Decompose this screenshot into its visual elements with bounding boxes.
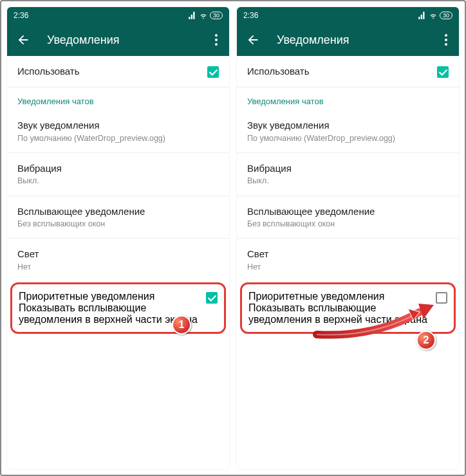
subtext: Показывать всплывающие уведомления в вер… bbox=[248, 302, 429, 325]
status-icons: 30 bbox=[418, 11, 452, 20]
signal-icon bbox=[188, 11, 197, 20]
row-vibration[interactable]: Вибрация Выкл. bbox=[7, 153, 229, 196]
row-notification-sound[interactable]: Звук уведомления По умолчанию (WaterDrop… bbox=[7, 110, 229, 153]
overflow-menu-icon[interactable] bbox=[212, 32, 220, 48]
row-use-notifications[interactable]: Использовать bbox=[237, 56, 459, 87]
subtext: Без всплывающих окон bbox=[247, 219, 441, 229]
clock: 2:36 bbox=[14, 11, 28, 20]
row-use-notifications[interactable]: Использовать bbox=[7, 56, 229, 87]
row-notification-sound[interactable]: Звук уведомления По умолчанию (WaterDrop… bbox=[237, 110, 459, 153]
clock: 2:36 bbox=[243, 11, 258, 20]
label: Всплывающее уведомление bbox=[17, 205, 211, 218]
subtext: Нет bbox=[17, 262, 211, 272]
label: Вибрация bbox=[247, 162, 441, 175]
subtext: Без всплывающих окон bbox=[17, 219, 211, 229]
label: Вибрация bbox=[17, 162, 211, 175]
subtext: Выкл. bbox=[247, 176, 441, 186]
label: Приоритетные уведомления bbox=[19, 291, 200, 302]
back-arrow-icon[interactable] bbox=[16, 33, 30, 47]
label: Всплывающее уведомление bbox=[247, 205, 441, 218]
section-header-chats: Уведомления чатов bbox=[7, 87, 229, 110]
row-light[interactable]: Свет Нет bbox=[7, 239, 229, 281]
phone-screenshot-2: 2:36 30 Уведомления Использовать Уведомл… bbox=[237, 7, 459, 469]
settings-list: Использовать Уведомления чатов Звук увед… bbox=[237, 56, 459, 469]
row-popup[interactable]: Всплывающее уведомление Без всплывающих … bbox=[7, 196, 229, 239]
section-header-chats: Уведомления чатов bbox=[237, 87, 459, 110]
label: Свет bbox=[17, 248, 211, 261]
subtext: По умолчанию (WaterDrop_preview.ogg) bbox=[247, 133, 441, 143]
app-bar: Уведомления bbox=[237, 24, 459, 56]
row-vibration[interactable]: Вибрация Выкл. bbox=[237, 153, 459, 196]
status-bar: 2:36 30 bbox=[7, 7, 229, 24]
annotation-badge-2: 2 bbox=[416, 331, 436, 350]
label: Звук уведомления bbox=[17, 119, 211, 132]
app-bar: Уведомления bbox=[7, 24, 229, 56]
wifi-icon bbox=[429, 11, 438, 20]
signal-icon bbox=[418, 11, 427, 20]
row-light[interactable]: Свет Нет bbox=[237, 239, 459, 281]
page-title: Уведомления bbox=[47, 33, 196, 47]
checkbox-priority-checked[interactable] bbox=[206, 292, 218, 304]
annotation-badge-1: 1 bbox=[172, 315, 191, 334]
battery-icon: 30 bbox=[440, 12, 452, 19]
overflow-menu-icon[interactable] bbox=[442, 32, 450, 48]
label: Использовать bbox=[247, 65, 429, 78]
status-icons: 30 bbox=[188, 11, 223, 20]
settings-list: Использовать Уведомления чатов Звук увед… bbox=[7, 56, 229, 469]
checkbox-use[interactable] bbox=[207, 66, 219, 78]
row-priority-highlighted[interactable]: Приоритетные уведомления Показывать вспл… bbox=[10, 282, 226, 334]
phone-screenshot-1: 2:36 30 Уведомления Использовать Уведомл… bbox=[7, 7, 229, 469]
checkbox-use[interactable] bbox=[437, 66, 449, 78]
subtext: По умолчанию (WaterDrop_preview.ogg) bbox=[17, 133, 211, 143]
label: Приоритетные уведомления bbox=[248, 291, 429, 302]
row-popup[interactable]: Всплывающее уведомление Без всплывающих … bbox=[237, 196, 459, 239]
label: Звук уведомления bbox=[247, 119, 441, 132]
row-priority-highlighted[interactable]: Приоритетные уведомления Показывать вспл… bbox=[240, 282, 456, 334]
subtext: Выкл. bbox=[17, 176, 211, 186]
page-title: Уведомления bbox=[277, 33, 425, 47]
label: Свет bbox=[247, 248, 441, 261]
wifi-icon bbox=[199, 11, 208, 20]
subtext: Нет bbox=[247, 262, 441, 272]
status-bar: 2:36 30 bbox=[237, 7, 459, 24]
battery-icon: 30 bbox=[210, 12, 223, 19]
label: Использовать bbox=[17, 65, 200, 78]
checkbox-priority-unchecked[interactable] bbox=[436, 292, 447, 304]
back-arrow-icon[interactable] bbox=[246, 33, 260, 47]
